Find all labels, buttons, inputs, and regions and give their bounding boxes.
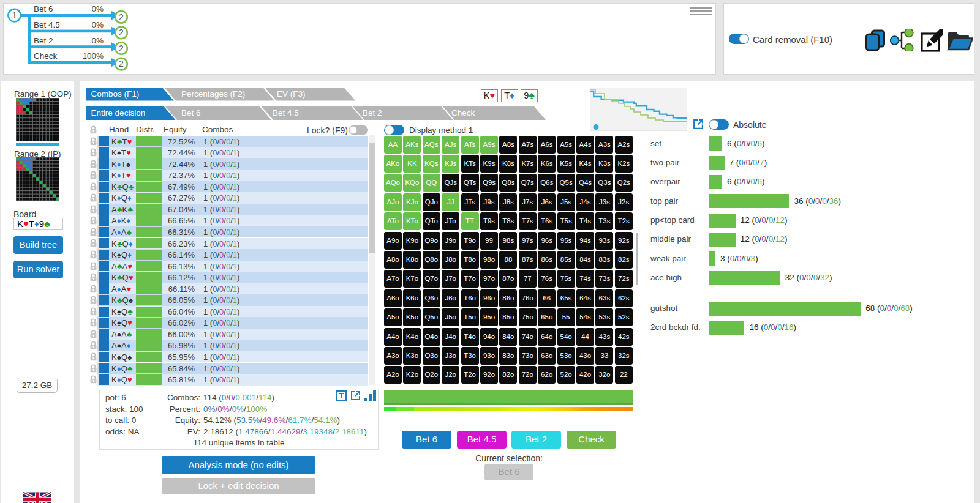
svg-text:Bet 6: Bet 6 bbox=[34, 4, 53, 13]
svg-text:2: 2 bbox=[119, 28, 124, 37]
svg-text:0%: 0% bbox=[91, 20, 104, 29]
svg-text:1: 1 bbox=[12, 10, 17, 20]
svg-text:2: 2 bbox=[119, 43, 124, 53]
svg-text:Check: Check bbox=[34, 51, 58, 61]
svg-text:100%: 100% bbox=[82, 51, 104, 61]
svg-text:Bet 4.5: Bet 4.5 bbox=[34, 20, 60, 29]
svg-text:0%: 0% bbox=[91, 36, 104, 45]
svg-text:2: 2 bbox=[119, 59, 124, 69]
svg-text:0%: 0% bbox=[91, 4, 104, 13]
svg-text:2: 2 bbox=[119, 12, 124, 22]
svg-text:Bet 2: Bet 2 bbox=[34, 36, 53, 45]
